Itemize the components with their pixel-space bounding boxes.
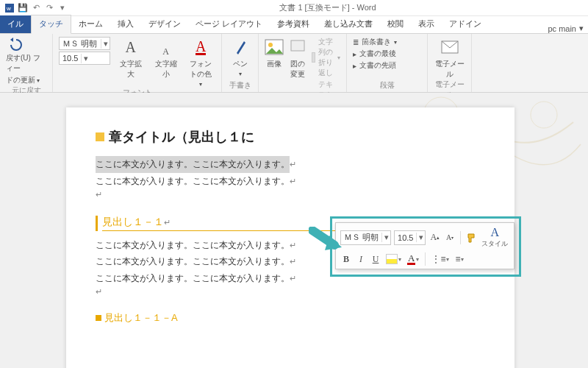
document-area[interactable]: 章タイトル（見出し１に ここに本文が入ります。ここに本文が入ります。↵ ここに本… <box>0 93 588 368</box>
wrap-text-button[interactable]: 文字列の折り返し▾ <box>312 37 340 78</box>
doc-end-button[interactable]: ▸文書の最後 <box>353 49 397 59</box>
tab-view[interactable]: 表示 <box>411 15 442 33</box>
styles-button[interactable]: Aスタイル <box>481 226 508 249</box>
body-line[interactable]: ここに本文が入ります。ここに本文が入ります。 <box>96 273 290 283</box>
tab-addin[interactable]: アドイン <box>442 15 489 33</box>
picture-label: 画像 <box>267 59 282 69</box>
bold-button[interactable]: B <box>340 252 352 266</box>
change-picture-label: 図の変更 <box>290 59 306 79</box>
chevron-down-icon[interactable]: ▾ <box>416 233 425 242</box>
mini-font-combo[interactable]: ＭＳ 明朝▾ <box>340 230 391 245</box>
shrink-font-button[interactable]: A文字縮小 <box>151 37 181 79</box>
font-color-label: フォントの色 <box>186 59 215 79</box>
account-area[interactable]: pc main ▾ <box>548 24 588 33</box>
wrap-label: 文字列の折り返し <box>318 37 334 78</box>
body-line[interactable]: ここに本文が入ります。ここに本文が入ります。 <box>96 256 290 266</box>
body-line-selected[interactable]: ここに本文が入ります。ここに本文が入ります。 <box>96 156 290 173</box>
chevron-down-icon[interactable]: ▾ <box>101 39 110 49</box>
tab-home[interactable]: ホーム <box>71 15 110 33</box>
mini-font-value: ＭＳ 明朝 <box>341 232 381 243</box>
tab-references[interactable]: 参考資料 <box>270 15 317 33</box>
paragraph-mark-icon: ↵ <box>290 274 296 283</box>
tab-page-layout[interactable]: ページ レイアウト <box>188 15 270 33</box>
account-name: pc main <box>548 24 576 33</box>
svg-text:w: w <box>6 5 11 12</box>
heading-bullet-icon <box>96 315 101 321</box>
group-ink: ペン▾ 手書き <box>222 34 259 92</box>
chevron-down-icon[interactable]: ▾ <box>81 54 90 63</box>
italic-button[interactable]: I <box>355 252 367 266</box>
bullets-icon: ≣ <box>353 38 359 46</box>
window-title: 文書 1 [互換モード] - Word <box>72 2 584 13</box>
highlight-button[interactable]: ▾ <box>384 252 403 266</box>
heading-3[interactable]: 見出し１－１－A <box>96 311 485 325</box>
doc-start-icon: ▸ <box>353 62 356 70</box>
word-app-icon[interactable]: w <box>4 3 15 13</box>
doc-start-button[interactable]: ▸文書の先頭 <box>353 60 397 71</box>
email-button[interactable]: 電子メール <box>434 37 465 79</box>
heading-2-text: 見出し１－１ <box>102 216 164 227</box>
redo-icon[interactable]: ↷ <box>44 3 54 13</box>
quick-access-toolbar: w 💾 ↶ ↷ ▾ <box>4 3 68 13</box>
ribbon-tabs: イル タッチ ホーム 挿入 デザイン ページ レイアウト 参考資料 差し込み文書… <box>0 16 588 34</box>
svg-rect-4 <box>291 40 304 51</box>
pen-label: ペン <box>233 59 248 69</box>
insert-picture-button[interactable]: 画像 <box>265 37 284 69</box>
body-line[interactable]: ここに本文が入ります。ここに本文が入ります。 <box>96 176 290 186</box>
font-color-button[interactable]: Aフォントの色▾ <box>186 37 215 88</box>
group-undo: 戻す(U) フィー ドの更新▾ 元に戻す <box>0 34 53 92</box>
email-label: 電子メール <box>434 59 465 79</box>
styles-label: スタイル <box>481 239 508 249</box>
ribbon: 戻す(U) フィー ドの更新▾ 元に戻す ＭＳ 明朝▾ 10.5▾ A文字拡大 … <box>0 34 588 93</box>
font-name-combo[interactable]: ＭＳ 明朝▾ <box>59 37 110 50</box>
tab-mailings[interactable]: 差し込み文書 <box>317 15 380 33</box>
font-size-value: 10.5 <box>60 54 81 63</box>
tab-insert[interactable]: 挿入 <box>110 15 141 33</box>
tab-file[interactable]: イル <box>0 15 31 33</box>
doc-end-label: 文書の最後 <box>359 49 396 59</box>
undo-icon[interactable]: ↶ <box>31 3 41 13</box>
tab-design[interactable]: デザイン <box>141 15 188 33</box>
shrink-font-icon[interactable]: A▾ <box>444 230 456 245</box>
undo-large-icon[interactable] <box>6 37 22 52</box>
format-painter-icon[interactable] <box>465 230 478 245</box>
grow-font-icon[interactable]: A▴ <box>429 230 441 245</box>
group-paragraph: ≣箇条書き▾ ▸文書の最後 ▸文書の先頭 段落 <box>347 34 428 92</box>
heading-bullet-icon <box>96 132 104 141</box>
paragraph-mark-icon: ↵ <box>290 241 296 250</box>
underline-button[interactable]: U <box>370 252 381 266</box>
mini-toolbar: ＭＳ 明朝▾ 10.5▾ A▴ A▾ Aスタイル B I U ▾ A▾ ⋮≡▾ … <box>335 222 514 269</box>
tab-touch[interactable]: タッチ <box>31 15 71 34</box>
bullets-label: 箇条書き <box>362 37 391 47</box>
bullets-button[interactable]: ≣箇条書き▾ <box>353 37 397 47</box>
group-label-paragraph: 段落 <box>353 80 421 92</box>
group-font: ＭＳ 明朝▾ 10.5▾ A文字拡大 A文字縮小 Aフォントの色▾ フォント <box>53 34 222 92</box>
pen-button[interactable]: ペン▾ <box>228 37 252 77</box>
body-line[interactable]: ここに本文が入ります。ここに本文が入ります。 <box>96 240 290 250</box>
save-icon[interactable]: 💾 <box>18 3 28 13</box>
undo-label-line1: 戻す(U) フィー <box>6 53 46 74</box>
paragraph-mark-icon: ↵ <box>96 190 485 199</box>
shrink-font-label: 文字縮小 <box>151 59 181 79</box>
undo-label-line2: ドの更新 <box>6 75 35 85</box>
mini-size-value: 10.5 <box>395 233 416 242</box>
font-color-icon: A <box>407 254 415 265</box>
change-picture-button[interactable]: 図の変更 <box>290 37 306 79</box>
doc-end-icon: ▸ <box>353 50 356 58</box>
heading-3-text: 見出し１－１－A <box>104 312 178 323</box>
account-dropdown-icon[interactable]: ▾ <box>579 24 584 33</box>
qat-dropdown-icon[interactable]: ▾ <box>57 3 68 13</box>
tab-review[interactable]: 校閲 <box>380 15 411 33</box>
wrap-icon <box>312 52 315 63</box>
font-size-combo[interactable]: 10.5▾ <box>59 52 110 65</box>
chevron-down-icon[interactable]: ▾ <box>381 233 390 242</box>
bullets-icon[interactable]: ⋮≡▾ <box>430 252 451 266</box>
numbering-icon[interactable]: ≡▾ <box>453 252 465 266</box>
mini-size-combo[interactable]: 10.5▾ <box>394 230 426 245</box>
heading-1[interactable]: 章タイトル（見出し１に <box>96 128 485 146</box>
font-color-button[interactable]: A▾ <box>406 252 420 266</box>
grow-font-button[interactable]: A文字拡大 <box>116 37 146 79</box>
title-bar: w 💾 ↶ ↷ ▾ 文書 1 [互換モード] - Word <box>0 0 588 16</box>
group-mail: 電子メール 電子メール <box>428 34 472 92</box>
paragraph-mark-icon: ↵ <box>290 177 296 185</box>
